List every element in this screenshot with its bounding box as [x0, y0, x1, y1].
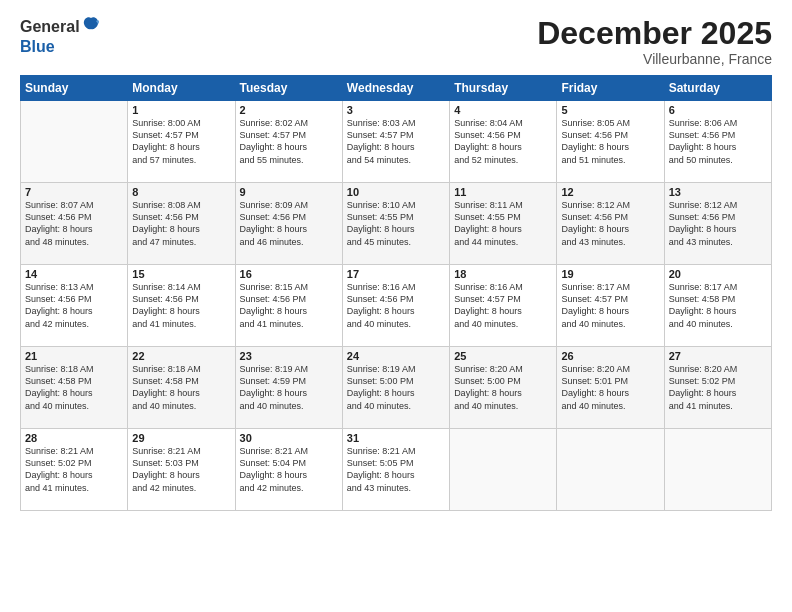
- day-info: Sunrise: 8:16 AM Sunset: 4:56 PM Dayligh…: [347, 281, 445, 330]
- header-row: Sunday Monday Tuesday Wednesday Thursday…: [21, 76, 772, 101]
- day-cell: 23Sunrise: 8:19 AM Sunset: 4:59 PM Dayli…: [235, 347, 342, 429]
- day-info: Sunrise: 8:21 AM Sunset: 5:03 PM Dayligh…: [132, 445, 230, 494]
- day-number: 30: [240, 432, 338, 444]
- header-sunday: Sunday: [21, 76, 128, 101]
- day-number: 20: [669, 268, 767, 280]
- day-number: 22: [132, 350, 230, 362]
- day-info: Sunrise: 8:17 AM Sunset: 4:57 PM Dayligh…: [561, 281, 659, 330]
- day-info: Sunrise: 8:03 AM Sunset: 4:57 PM Dayligh…: [347, 117, 445, 166]
- month-title: December 2025: [537, 16, 772, 51]
- day-info: Sunrise: 8:07 AM Sunset: 4:56 PM Dayligh…: [25, 199, 123, 248]
- header-wednesday: Wednesday: [342, 76, 449, 101]
- header-tuesday: Tuesday: [235, 76, 342, 101]
- day-cell: 2Sunrise: 8:02 AM Sunset: 4:57 PM Daylig…: [235, 101, 342, 183]
- day-info: Sunrise: 8:17 AM Sunset: 4:58 PM Dayligh…: [669, 281, 767, 330]
- day-cell: 27Sunrise: 8:20 AM Sunset: 5:02 PM Dayli…: [664, 347, 771, 429]
- day-info: Sunrise: 8:14 AM Sunset: 4:56 PM Dayligh…: [132, 281, 230, 330]
- day-cell: 28Sunrise: 8:21 AM Sunset: 5:02 PM Dayli…: [21, 429, 128, 511]
- day-info: Sunrise: 8:18 AM Sunset: 4:58 PM Dayligh…: [132, 363, 230, 412]
- day-info: Sunrise: 8:21 AM Sunset: 5:04 PM Dayligh…: [240, 445, 338, 494]
- day-number: 14: [25, 268, 123, 280]
- header-thursday: Thursday: [450, 76, 557, 101]
- day-number: 27: [669, 350, 767, 362]
- logo-general: General: [20, 18, 80, 36]
- day-cell: [450, 429, 557, 511]
- day-number: 8: [132, 186, 230, 198]
- page: General Blue December 2025 Villeurbanne,…: [0, 0, 792, 612]
- day-info: Sunrise: 8:20 AM Sunset: 5:00 PM Dayligh…: [454, 363, 552, 412]
- day-info: Sunrise: 8:11 AM Sunset: 4:55 PM Dayligh…: [454, 199, 552, 248]
- calendar-table: Sunday Monday Tuesday Wednesday Thursday…: [20, 75, 772, 511]
- day-cell: 31Sunrise: 8:21 AM Sunset: 5:05 PM Dayli…: [342, 429, 449, 511]
- day-info: Sunrise: 8:05 AM Sunset: 4:56 PM Dayligh…: [561, 117, 659, 166]
- calendar-body: 1Sunrise: 8:00 AM Sunset: 4:57 PM Daylig…: [21, 101, 772, 511]
- day-info: Sunrise: 8:12 AM Sunset: 4:56 PM Dayligh…: [561, 199, 659, 248]
- logo: General Blue: [20, 16, 100, 56]
- day-cell: 10Sunrise: 8:10 AM Sunset: 4:55 PM Dayli…: [342, 183, 449, 265]
- day-number: 26: [561, 350, 659, 362]
- day-number: 29: [132, 432, 230, 444]
- week-row-3: 21Sunrise: 8:18 AM Sunset: 4:58 PM Dayli…: [21, 347, 772, 429]
- day-cell: 29Sunrise: 8:21 AM Sunset: 5:03 PM Dayli…: [128, 429, 235, 511]
- day-number: 19: [561, 268, 659, 280]
- day-cell: [664, 429, 771, 511]
- day-info: Sunrise: 8:02 AM Sunset: 4:57 PM Dayligh…: [240, 117, 338, 166]
- day-info: Sunrise: 8:16 AM Sunset: 4:57 PM Dayligh…: [454, 281, 552, 330]
- day-number: 11: [454, 186, 552, 198]
- day-info: Sunrise: 8:19 AM Sunset: 4:59 PM Dayligh…: [240, 363, 338, 412]
- day-cell: 12Sunrise: 8:12 AM Sunset: 4:56 PM Dayli…: [557, 183, 664, 265]
- week-row-4: 28Sunrise: 8:21 AM Sunset: 5:02 PM Dayli…: [21, 429, 772, 511]
- day-info: Sunrise: 8:09 AM Sunset: 4:56 PM Dayligh…: [240, 199, 338, 248]
- day-cell: 18Sunrise: 8:16 AM Sunset: 4:57 PM Dayli…: [450, 265, 557, 347]
- day-info: Sunrise: 8:18 AM Sunset: 4:58 PM Dayligh…: [25, 363, 123, 412]
- day-number: 9: [240, 186, 338, 198]
- day-info: Sunrise: 8:13 AM Sunset: 4:56 PM Dayligh…: [25, 281, 123, 330]
- day-number: 13: [669, 186, 767, 198]
- day-cell: 19Sunrise: 8:17 AM Sunset: 4:57 PM Dayli…: [557, 265, 664, 347]
- day-cell: 15Sunrise: 8:14 AM Sunset: 4:56 PM Dayli…: [128, 265, 235, 347]
- logo-bird-icon: [82, 16, 100, 38]
- day-number: 23: [240, 350, 338, 362]
- day-info: Sunrise: 8:20 AM Sunset: 5:02 PM Dayligh…: [669, 363, 767, 412]
- title-block: December 2025 Villeurbanne, France: [537, 16, 772, 67]
- calendar-header: Sunday Monday Tuesday Wednesday Thursday…: [21, 76, 772, 101]
- day-info: Sunrise: 8:20 AM Sunset: 5:01 PM Dayligh…: [561, 363, 659, 412]
- day-number: 17: [347, 268, 445, 280]
- day-cell: 22Sunrise: 8:18 AM Sunset: 4:58 PM Dayli…: [128, 347, 235, 429]
- day-info: Sunrise: 8:04 AM Sunset: 4:56 PM Dayligh…: [454, 117, 552, 166]
- day-number: 18: [454, 268, 552, 280]
- day-number: 15: [132, 268, 230, 280]
- day-number: 28: [25, 432, 123, 444]
- day-info: Sunrise: 8:19 AM Sunset: 5:00 PM Dayligh…: [347, 363, 445, 412]
- day-cell: 26Sunrise: 8:20 AM Sunset: 5:01 PM Dayli…: [557, 347, 664, 429]
- day-info: Sunrise: 8:21 AM Sunset: 5:05 PM Dayligh…: [347, 445, 445, 494]
- day-cell: 3Sunrise: 8:03 AM Sunset: 4:57 PM Daylig…: [342, 101, 449, 183]
- day-number: 1: [132, 104, 230, 116]
- logo-blue: Blue: [20, 38, 100, 56]
- day-cell: 30Sunrise: 8:21 AM Sunset: 5:04 PM Dayli…: [235, 429, 342, 511]
- day-cell: 8Sunrise: 8:08 AM Sunset: 4:56 PM Daylig…: [128, 183, 235, 265]
- day-info: Sunrise: 8:21 AM Sunset: 5:02 PM Dayligh…: [25, 445, 123, 494]
- day-info: Sunrise: 8:10 AM Sunset: 4:55 PM Dayligh…: [347, 199, 445, 248]
- day-cell: 7Sunrise: 8:07 AM Sunset: 4:56 PM Daylig…: [21, 183, 128, 265]
- day-cell: 16Sunrise: 8:15 AM Sunset: 4:56 PM Dayli…: [235, 265, 342, 347]
- header: General Blue December 2025 Villeurbanne,…: [20, 16, 772, 67]
- day-cell: 13Sunrise: 8:12 AM Sunset: 4:56 PM Dayli…: [664, 183, 771, 265]
- day-cell: [557, 429, 664, 511]
- day-number: 7: [25, 186, 123, 198]
- day-cell: 21Sunrise: 8:18 AM Sunset: 4:58 PM Dayli…: [21, 347, 128, 429]
- day-number: 24: [347, 350, 445, 362]
- day-number: 16: [240, 268, 338, 280]
- day-number: 5: [561, 104, 659, 116]
- day-number: 10: [347, 186, 445, 198]
- day-cell: 24Sunrise: 8:19 AM Sunset: 5:00 PM Dayli…: [342, 347, 449, 429]
- day-cell: 9Sunrise: 8:09 AM Sunset: 4:56 PM Daylig…: [235, 183, 342, 265]
- day-cell: [21, 101, 128, 183]
- header-friday: Friday: [557, 76, 664, 101]
- day-cell: 11Sunrise: 8:11 AM Sunset: 4:55 PM Dayli…: [450, 183, 557, 265]
- day-cell: 6Sunrise: 8:06 AM Sunset: 4:56 PM Daylig…: [664, 101, 771, 183]
- day-number: 3: [347, 104, 445, 116]
- day-cell: 25Sunrise: 8:20 AM Sunset: 5:00 PM Dayli…: [450, 347, 557, 429]
- day-info: Sunrise: 8:15 AM Sunset: 4:56 PM Dayligh…: [240, 281, 338, 330]
- day-number: 25: [454, 350, 552, 362]
